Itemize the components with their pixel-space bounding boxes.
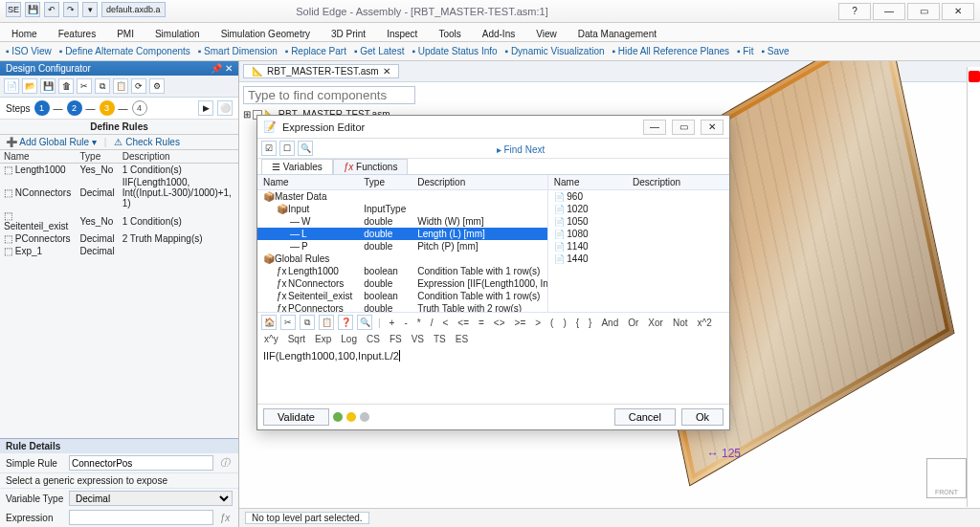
value-row[interactable]: 960	[548, 190, 729, 204]
help-icon[interactable]: ?	[838, 3, 871, 20]
validate-button[interactable]: Validate	[263, 408, 329, 426]
ribbon-tab-tools[interactable]: Tools	[433, 27, 466, 41]
var-row[interactable]: —LdoubleLength (L) [mm]	[257, 228, 548, 240]
ribbon-tab-3d-print[interactable]: 3D Print	[325, 27, 371, 41]
dlg-uncheckall-icon[interactable]: ☐	[279, 141, 295, 156]
dlg-browse-icon[interactable]: 🔍	[298, 141, 313, 156]
cmd-fit[interactable]: ▪ Fit	[737, 46, 753, 56]
fx-icon[interactable]: ƒx	[217, 513, 233, 523]
ribbon-tab-home[interactable]: Home	[6, 27, 43, 41]
cmd-update-status-info[interactable]: ▪ Update Status Info	[412, 46, 497, 56]
dialog-close-button[interactable]: ✕	[701, 120, 724, 135]
ribbon-tab-view[interactable]: View	[530, 27, 563, 41]
qat-redo-icon[interactable]: ↷	[63, 2, 78, 17]
cmd-iso-view[interactable]: ▪ ISO View	[6, 46, 52, 56]
maximize-button[interactable]: ▭	[907, 3, 940, 20]
ribbon-tab-inspect[interactable]: Inspect	[381, 27, 423, 41]
panel-pin-icon[interactable]: 📌 ✕	[211, 63, 233, 74]
op-[interactable]: /	[428, 318, 436, 328]
op-[interactable]: <=	[455, 318, 472, 328]
op-not[interactable]: Not	[670, 318, 691, 328]
expression-textarea[interactable]: IIF(Length1000,100,Input.L/2	[257, 346, 729, 404]
rule-row[interactable]: ⬚ Length1000Yes_No1 Condition(s)	[0, 164, 238, 177]
delete-icon[interactable]: 🗑	[58, 78, 74, 94]
cut-icon[interactable]: ✂	[77, 78, 92, 94]
ribbon-tab-simulation[interactable]: Simulation	[149, 27, 206, 41]
refresh-icon[interactable]: ⟳	[131, 78, 146, 94]
ribbon-tab-data-management[interactable]: Data Management	[572, 27, 662, 41]
op-[interactable]: =	[476, 318, 487, 328]
op-x2[interactable]: x^2	[694, 318, 714, 328]
var-row[interactable]: ƒxLength1000booleanCondition Table with …	[257, 265, 548, 277]
new-icon[interactable]: 📄	[4, 78, 19, 94]
add-global-rule-button[interactable]: ➕ Add Global Rule ▾	[6, 137, 97, 147]
step-1[interactable]: 1	[34, 100, 50, 116]
check-rules-button[interactable]: ⚠ Check Rules	[114, 137, 179, 147]
variables-tree-grid[interactable]: NameTypeDescription 📦Master Data📦InputIn…	[257, 175, 548, 312]
value-row[interactable]: 1440	[548, 253, 729, 265]
expr-paste-icon[interactable]: 📋	[319, 315, 334, 330]
op-xy[interactable]: x^y	[261, 334, 281, 344]
op-log[interactable]: Log	[338, 334, 360, 344]
cmd-dynamic-visualization[interactable]: ▪ Dynamic Visualization	[505, 46, 605, 56]
tab-close-icon[interactable]: ✕	[383, 66, 390, 77]
dialog-minimize-button[interactable]: —	[643, 120, 666, 135]
dlg-checkall-icon[interactable]: ☑	[261, 141, 277, 156]
cancel-button[interactable]: Cancel	[614, 408, 676, 426]
cmd-smart-dimension[interactable]: ▪ Smart Dimension	[198, 46, 278, 56]
step-3[interactable]: 3	[100, 100, 115, 116]
op-fs[interactable]: FS	[387, 334, 405, 344]
cmd-define-alternate-components[interactable]: ▪ Define Alternate Components	[59, 46, 190, 56]
op-xor[interactable]: Xor	[645, 318, 666, 328]
op-sqrt[interactable]: Sqrt	[285, 334, 308, 344]
save-icon[interactable]: 💾	[40, 78, 56, 94]
find-next-link[interactable]: ▸ Find Next	[316, 141, 725, 156]
op-[interactable]: <>	[491, 318, 508, 328]
qat-file-combo[interactable]: default.axdb.a	[101, 2, 166, 17]
open-icon[interactable]: 📂	[22, 78, 37, 94]
op-and[interactable]: And	[598, 318, 621, 328]
var-row[interactable]: 📦Master Data	[257, 190, 548, 204]
tab-functions[interactable]: ƒx Functions	[333, 159, 409, 174]
qat-undo-icon[interactable]: ↶	[44, 2, 59, 17]
step-2[interactable]: 2	[67, 100, 82, 116]
op-[interactable]: *	[414, 318, 424, 328]
simple-rule-input[interactable]	[69, 455, 213, 471]
cmd-save[interactable]: ▪ Save	[761, 46, 789, 56]
expr-copy-icon[interactable]: ⧉	[300, 315, 315, 330]
value-row[interactable]: 1080	[548, 228, 729, 240]
op-[interactable]: -	[401, 318, 410, 328]
expr-home-icon[interactable]: 🏠	[261, 315, 277, 330]
find-components-input[interactable]	[243, 86, 415, 104]
ok-button[interactable]: Ok	[681, 408, 724, 426]
op-[interactable]: )	[560, 318, 568, 328]
var-row[interactable]: —PdoublePitch (P) [mm]	[257, 240, 548, 253]
youtube-icon[interactable]	[969, 71, 980, 82]
op-or[interactable]: Or	[625, 318, 641, 328]
op-es[interactable]: ES	[453, 334, 471, 344]
rule-row[interactable]: ⬚ NConnectorsDecimalIIF(Length1000, Int(…	[0, 176, 238, 209]
var-row[interactable]: ƒxNConnectorsdoubleExpression [IIF(Lengt…	[257, 277, 548, 290]
expr-find-icon[interactable]: 🔍	[357, 315, 372, 330]
expr-cut-icon[interactable]: ✂	[280, 315, 296, 330]
qat-dropdown-icon[interactable]: ▾	[82, 2, 98, 17]
op-exp[interactable]: Exp	[312, 334, 334, 344]
var-row[interactable]: ƒxPConnectorsdoubleTruth Table with 2 ro…	[257, 302, 548, 312]
variable-type-select[interactable]: Decimal	[69, 491, 233, 506]
op-[interactable]: {	[573, 318, 582, 328]
minimize-button[interactable]: —	[873, 3, 905, 20]
record-icon[interactable]: ⚪	[217, 100, 233, 116]
qat-save-icon[interactable]: 💾	[25, 2, 40, 17]
op-ts[interactable]: TS	[431, 334, 449, 344]
cmd-hide-all-reference-planes[interactable]: ▪ Hide All Reference Planes	[612, 46, 730, 56]
expr-help-icon[interactable]: ❓	[338, 315, 353, 330]
op-[interactable]: >=	[512, 318, 529, 328]
info-icon[interactable]: ⓘ	[217, 456, 233, 470]
rule-row[interactable]: ⬚ PConnectorsDecimal2 Truth Mapping(s)	[0, 232, 238, 245]
op-[interactable]: >	[532, 318, 544, 328]
close-button[interactable]: ✕	[942, 3, 974, 20]
var-row[interactable]: —WdoubleWidth (W) [mm]	[257, 215, 548, 228]
ribbon-tab-add-ins[interactable]: Add-Ins	[477, 27, 521, 41]
op-vs[interactable]: VS	[409, 334, 427, 344]
var-row[interactable]: ƒxSeitenteil_existbooleanCondition Table…	[257, 290, 548, 302]
